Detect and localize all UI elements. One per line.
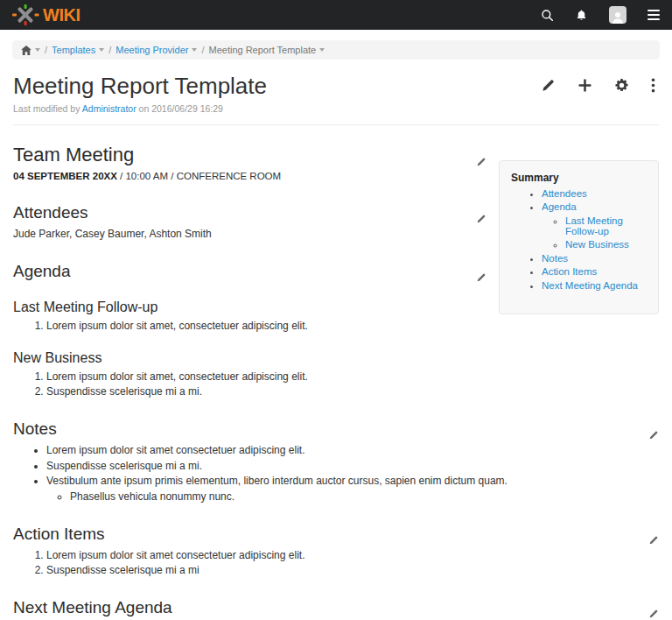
- document-body: Summary Attendees Agenda Last Meeting Fo…: [13, 144, 659, 620]
- user-avatar[interactable]: [609, 6, 626, 24]
- summary-title: Summary: [511, 172, 651, 184]
- avatar-image: [609, 6, 626, 24]
- breadcrumb-item-templates[interactable]: Templates: [52, 45, 104, 55]
- list-item: Lorem ipsum dolor sit amet, consectetuer…: [46, 370, 659, 383]
- chevron-down-icon[interactable]: [35, 48, 40, 52]
- list-item: Vestibulum ante ipsum primis elementum, …: [46, 475, 659, 503]
- settings-gear-icon[interactable]: [614, 78, 629, 93]
- doc-modified-info: Last modified by Administrator on 2016/0…: [13, 103, 659, 114]
- modified-by-user-link[interactable]: Administrator: [82, 103, 136, 114]
- notifications-bell-icon[interactable]: [575, 9, 588, 22]
- new-business-list: Lorem ipsum dolor sit amet, consectetuer…: [13, 370, 659, 398]
- xwiki-logo[interactable]: WIKI: [12, 4, 80, 25]
- section-edit-pencil-icon[interactable]: [648, 531, 659, 550]
- list-item: Phasellus vehicula nonummy nunc.: [70, 490, 659, 503]
- list-item: Suspendisse scelerisque mi a mi.: [46, 460, 659, 472]
- section-edit-pencil-icon[interactable]: [476, 209, 486, 229]
- summary-link-last-meeting-follow-up[interactable]: Last Meeting Follow-up: [565, 215, 651, 236]
- section-edit-pencil-icon[interactable]: [476, 150, 486, 173]
- chevron-down-icon[interactable]: [99, 48, 104, 52]
- list-item: Suspendisse scelerisque mi a mi.: [46, 385, 659, 398]
- breadcrumb: / Templates / Meeting Provider / Meeting…: [12, 40, 660, 60]
- section-edit-pencil-icon[interactable]: [648, 604, 659, 620]
- more-kebab-icon[interactable]: [651, 78, 655, 93]
- summary-link-notes[interactable]: Notes: [542, 253, 651, 264]
- breadcrumb-item-meeting-provider[interactable]: Meeting Provider: [116, 45, 197, 55]
- page-title: Meeting Report Template: [13, 74, 267, 99]
- list-item: Suspendisse scelerisque mi a mi: [46, 564, 659, 576]
- action-items-list: Lorem ipsum dolor sit amet consectetuer …: [13, 549, 659, 577]
- main-content: Meeting Report Template Last modified by…: [0, 60, 672, 620]
- logo-text: WIKI: [43, 6, 80, 24]
- summary-link-attendees[interactable]: Attendees: [542, 188, 651, 199]
- list-item: Lorem ipsum dolor sit amet, consectetuer…: [46, 320, 659, 332]
- list-item: Lorem ipsum dolor sit amet consectetuer …: [46, 444, 659, 456]
- breadcrumb-item-current[interactable]: Meeting Report Template: [208, 45, 325, 55]
- summary-link-new-business[interactable]: New Business: [565, 239, 651, 250]
- top-navbar: WIKI: [0, 0, 672, 30]
- chevron-down-icon[interactable]: [319, 48, 325, 52]
- home-icon: [21, 46, 32, 55]
- last-meeting-list: Lorem ipsum dolor sit amet, consectetuer…: [13, 320, 659, 332]
- summary-link-agenda[interactable]: Agenda Last Meeting Follow-up New Busine…: [542, 201, 651, 250]
- summary-panel: Summary Attendees Agenda Last Meeting Fo…: [499, 160, 659, 314]
- heading-next-meeting-agenda: Next Meeting Agenda: [13, 598, 659, 617]
- section-edit-pencil-icon[interactable]: [648, 426, 659, 445]
- menu-hamburger-icon[interactable]: [648, 10, 660, 20]
- chevron-down-icon[interactable]: [192, 48, 197, 52]
- section-edit-pencil-icon[interactable]: [476, 268, 486, 287]
- heading-notes: Notes: [13, 419, 659, 439]
- page-actions: [541, 78, 659, 93]
- notes-list: Lorem ipsum dolor sit amet consectetuer …: [13, 444, 659, 503]
- xwiki-logo-mark-icon: [12, 4, 42, 25]
- heading-new-business: New Business: [13, 350, 659, 366]
- summary-link-action-items[interactable]: Action Items: [542, 266, 651, 277]
- header-divider: [13, 124, 659, 125]
- breadcrumb-home[interactable]: [21, 46, 40, 55]
- summary-link-next-meeting-agenda[interactable]: Next Meeting Agenda: [542, 280, 651, 291]
- list-item: Lorem ipsum dolor sit amet consectetuer …: [46, 549, 659, 561]
- search-icon[interactable]: [541, 9, 554, 22]
- create-plus-icon[interactable]: [578, 78, 592, 93]
- heading-action-items: Action Items: [13, 525, 659, 544]
- edit-pencil-icon[interactable]: [541, 78, 556, 93]
